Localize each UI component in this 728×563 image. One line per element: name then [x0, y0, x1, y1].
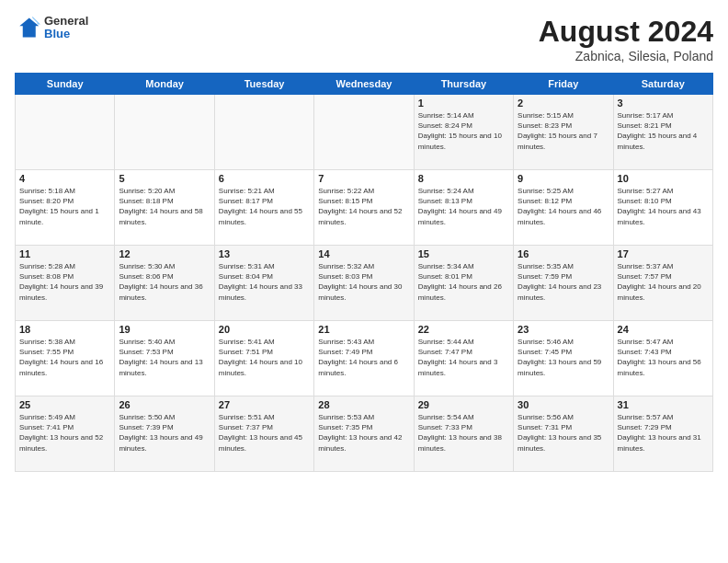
calendar-cell: 2Sunrise: 5:15 AM Sunset: 8:23 PM Daylig… [514, 95, 613, 170]
logo-text: General Blue [44, 15, 88, 41]
calendar-cell: 11Sunrise: 5:28 AM Sunset: 8:08 PM Dayli… [16, 246, 115, 321]
day-info: Sunrise: 5:17 AM Sunset: 8:21 PM Dayligh… [618, 110, 709, 152]
day-number: 21 [318, 324, 409, 335]
day-info: Sunrise: 5:21 AM Sunset: 8:17 PM Dayligh… [219, 186, 310, 227]
calendar-cell: 20Sunrise: 5:41 AM Sunset: 7:51 PM Dayli… [214, 321, 313, 396]
calendar-cell: 12Sunrise: 5:30 AM Sunset: 8:06 PM Dayli… [115, 246, 214, 321]
page: General Blue August 2024 Zabnica, Silesi… [0, 0, 728, 563]
calendar-cell: 28Sunrise: 5:53 AM Sunset: 7:35 PM Dayli… [314, 396, 414, 472]
day-info: Sunrise: 5:41 AM Sunset: 7:51 PM Dayligh… [219, 337, 310, 378]
calendar-cell: 3Sunrise: 5:17 AM Sunset: 8:21 PM Daylig… [613, 95, 712, 170]
weekday-header: Sunday [16, 74, 115, 95]
day-info: Sunrise: 5:20 AM Sunset: 8:18 PM Dayligh… [119, 186, 210, 227]
day-info: Sunrise: 5:30 AM Sunset: 8:06 PM Dayligh… [119, 261, 210, 303]
header: General Blue August 2024 Zabnica, Silesi… [15, 15, 713, 63]
weekday-header: Friday [514, 74, 613, 95]
day-number: 26 [119, 399, 210, 410]
day-number: 22 [418, 324, 509, 335]
day-number: 16 [518, 248, 609, 259]
calendar-cell: 25Sunrise: 5:49 AM Sunset: 7:41 PM Dayli… [16, 396, 115, 472]
day-number: 3 [618, 98, 709, 109]
calendar-subtitle: Zabnica, Silesia, Poland [539, 49, 713, 63]
calendar-cell: 27Sunrise: 5:51 AM Sunset: 7:37 PM Dayli… [214, 396, 313, 472]
day-info: Sunrise: 5:44 AM Sunset: 7:47 PM Dayligh… [418, 337, 509, 378]
day-info: Sunrise: 5:47 AM Sunset: 7:43 PM Dayligh… [618, 337, 709, 378]
day-info: Sunrise: 5:34 AM Sunset: 8:01 PM Dayligh… [418, 261, 509, 303]
calendar-cell: 29Sunrise: 5:54 AM Sunset: 7:33 PM Dayli… [414, 396, 513, 472]
day-number: 6 [219, 173, 310, 184]
calendar-cell: 31Sunrise: 5:57 AM Sunset: 7:29 PM Dayli… [613, 396, 712, 472]
logo: General Blue [15, 15, 88, 41]
calendar-cell: 17Sunrise: 5:37 AM Sunset: 7:57 PM Dayli… [613, 246, 712, 321]
day-number: 8 [418, 173, 509, 184]
day-info: Sunrise: 5:57 AM Sunset: 7:29 PM Dayligh… [618, 412, 709, 454]
day-info: Sunrise: 5:38 AM Sunset: 7:55 PM Dayligh… [19, 337, 110, 378]
day-info: Sunrise: 5:51 AM Sunset: 7:37 PM Dayligh… [219, 412, 310, 454]
day-info: Sunrise: 5:31 AM Sunset: 8:04 PM Dayligh… [219, 261, 310, 303]
logo-line2: Blue [44, 28, 88, 40]
day-info: Sunrise: 5:25 AM Sunset: 8:12 PM Dayligh… [518, 186, 609, 227]
day-number: 20 [219, 324, 310, 335]
calendar-cell: 14Sunrise: 5:32 AM Sunset: 8:03 PM Dayli… [314, 246, 414, 321]
weekday-header: Thursday [414, 74, 513, 95]
calendar-cell: 30Sunrise: 5:56 AM Sunset: 7:31 PM Dayli… [514, 396, 613, 472]
day-number: 7 [318, 173, 409, 184]
day-number: 24 [618, 324, 709, 335]
calendar-cell: 23Sunrise: 5:46 AM Sunset: 7:45 PM Dayli… [514, 321, 613, 396]
calendar-cell: 10Sunrise: 5:27 AM Sunset: 8:10 PM Dayli… [613, 170, 712, 246]
calendar-cell [214, 95, 313, 170]
calendar-week-row: 18Sunrise: 5:38 AM Sunset: 7:55 PM Dayli… [16, 321, 713, 396]
weekday-header: Monday [115, 74, 214, 95]
calendar-week-row: 11Sunrise: 5:28 AM Sunset: 8:08 PM Dayli… [16, 246, 713, 321]
day-info: Sunrise: 5:53 AM Sunset: 7:35 PM Dayligh… [318, 412, 409, 454]
calendar-cell: 24Sunrise: 5:47 AM Sunset: 7:43 PM Dayli… [613, 321, 712, 396]
day-number: 4 [19, 173, 110, 184]
calendar-cell: 18Sunrise: 5:38 AM Sunset: 7:55 PM Dayli… [16, 321, 115, 396]
day-number: 30 [518, 399, 609, 410]
calendar-cell [115, 95, 214, 170]
calendar-cell: 5Sunrise: 5:20 AM Sunset: 8:18 PM Daylig… [115, 170, 214, 246]
day-info: Sunrise: 5:37 AM Sunset: 7:57 PM Dayligh… [618, 261, 709, 303]
day-info: Sunrise: 5:43 AM Sunset: 7:49 PM Dayligh… [318, 337, 409, 378]
calendar-cell: 19Sunrise: 5:40 AM Sunset: 7:53 PM Dayli… [115, 321, 214, 396]
calendar-cell: 13Sunrise: 5:31 AM Sunset: 8:04 PM Dayli… [214, 246, 313, 321]
calendar-week-row: 1Sunrise: 5:14 AM Sunset: 8:24 PM Daylig… [16, 95, 713, 170]
day-number: 11 [19, 248, 110, 259]
day-number: 28 [318, 399, 409, 410]
day-number: 13 [219, 248, 310, 259]
day-info: Sunrise: 5:50 AM Sunset: 7:39 PM Dayligh… [119, 412, 210, 454]
day-number: 25 [19, 399, 110, 410]
calendar-cell: 1Sunrise: 5:14 AM Sunset: 8:24 PM Daylig… [414, 95, 513, 170]
day-info: Sunrise: 5:54 AM Sunset: 7:33 PM Dayligh… [418, 412, 509, 454]
weekday-header: Wednesday [314, 74, 414, 95]
logo-line1: General [44, 15, 88, 28]
day-number: 18 [19, 324, 110, 335]
day-info: Sunrise: 5:40 AM Sunset: 7:53 PM Dayligh… [119, 337, 210, 378]
calendar-cell: 9Sunrise: 5:25 AM Sunset: 8:12 PM Daylig… [514, 170, 613, 246]
day-number: 27 [219, 399, 310, 410]
weekday-header-row: SundayMondayTuesdayWednesdayThursdayFrid… [16, 74, 713, 95]
day-info: Sunrise: 5:14 AM Sunset: 8:24 PM Dayligh… [418, 110, 509, 152]
day-info: Sunrise: 5:27 AM Sunset: 8:10 PM Dayligh… [618, 186, 709, 227]
day-number: 19 [119, 324, 210, 335]
calendar-title: August 2024 [539, 15, 713, 49]
calendar-cell [16, 95, 115, 170]
day-number: 5 [119, 173, 210, 184]
calendar-cell: 4Sunrise: 5:18 AM Sunset: 8:20 PM Daylig… [16, 170, 115, 246]
calendar-cell [314, 95, 414, 170]
day-info: Sunrise: 5:22 AM Sunset: 8:15 PM Dayligh… [318, 186, 409, 227]
calendar-cell: 21Sunrise: 5:43 AM Sunset: 7:49 PM Dayli… [314, 321, 414, 396]
day-number: 10 [618, 173, 709, 184]
weekday-header: Saturday [613, 74, 712, 95]
day-number: 14 [318, 248, 409, 259]
day-number: 23 [518, 324, 609, 335]
calendar-table: SundayMondayTuesdayWednesdayThursdayFrid… [15, 73, 713, 472]
title-block: August 2024 Zabnica, Silesia, Poland [539, 15, 713, 63]
weekday-header: Tuesday [214, 74, 313, 95]
calendar-cell: 6Sunrise: 5:21 AM Sunset: 8:17 PM Daylig… [214, 170, 313, 246]
day-info: Sunrise: 5:24 AM Sunset: 8:13 PM Dayligh… [418, 186, 509, 227]
calendar-cell: 7Sunrise: 5:22 AM Sunset: 8:15 PM Daylig… [314, 170, 414, 246]
calendar-cell: 16Sunrise: 5:35 AM Sunset: 7:59 PM Dayli… [514, 246, 613, 321]
day-info: Sunrise: 5:56 AM Sunset: 7:31 PM Dayligh… [518, 412, 609, 454]
day-number: 12 [119, 248, 210, 259]
